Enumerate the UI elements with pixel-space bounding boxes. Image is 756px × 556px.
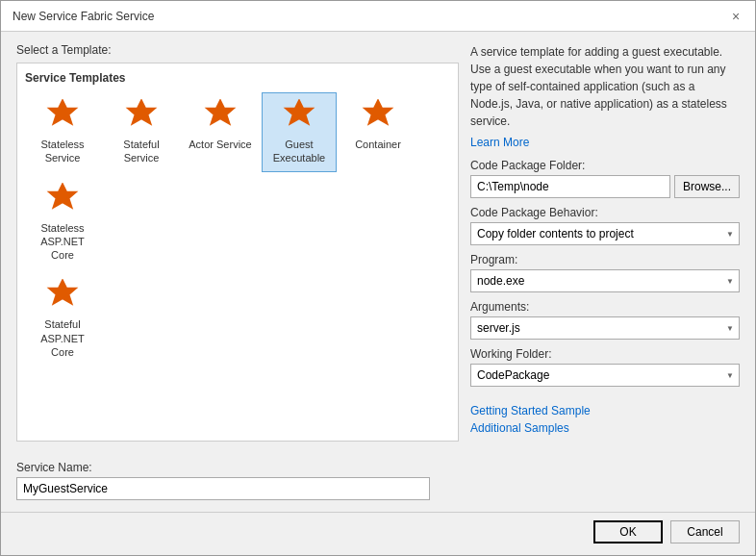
guest-executable-icon — [282, 99, 316, 134]
arguments-dropdown[interactable]: server.js — [470, 316, 740, 340]
template-stateless-service[interactable]: StatelessService — [25, 92, 100, 172]
program-wrapper: node.exe — [470, 269, 740, 292]
title-bar: New Service Fabric Service × — [1, 1, 755, 32]
stateless-service-label: StatelessService — [40, 138, 84, 165]
code-package-folder-group: Code Package Folder: Browse... — [470, 159, 740, 198]
arguments-wrapper: server.js — [470, 316, 740, 340]
code-package-folder-row: Browse... — [470, 175, 740, 198]
service-name-group: Service Name: — [16, 461, 740, 500]
new-service-fabric-dialog: New Service Fabric Service × Select a Te… — [0, 0, 756, 556]
program-label: Program: — [470, 253, 740, 266]
code-package-folder-label: Code Package Folder: — [470, 159, 740, 172]
stateless-service-icon — [45, 99, 80, 134]
code-package-folder-input[interactable] — [470, 175, 670, 198]
right-panel: A service template for adding a guest ex… — [470, 43, 740, 442]
working-folder-group: Working Folder: CodePackage Work Temp — [470, 347, 740, 387]
template-stateful-aspnet-core[interactable]: StatefulASP.NETCore — [25, 272, 100, 366]
learn-more-link[interactable]: Learn More — [470, 136, 740, 149]
stateful-aspnet-core-label: StatefulASP.NETCore — [40, 317, 85, 359]
stateless-aspnet-core-label: StatelessASP.NETCore — [40, 221, 85, 263]
template-actor-service[interactable]: Actor Service — [183, 92, 258, 172]
select-template-label: Select a Template: — [16, 43, 459, 57]
code-package-behavior-group: Code Package Behavior: Copy folder conte… — [470, 206, 740, 245]
actor-service-icon — [203, 99, 238, 134]
actor-service-label: Actor Service — [189, 138, 251, 151]
program-dropdown[interactable]: node.exe — [470, 269, 740, 292]
container-label: Container — [355, 138, 401, 151]
guest-executable-label: GuestExecutable — [273, 138, 325, 165]
code-package-behavior-dropdown[interactable]: Copy folder contents to project Link to … — [470, 222, 740, 245]
left-panel: Select a Template: Service Templates Sta… — [16, 43, 459, 442]
template-container[interactable]: Container — [340, 92, 416, 172]
template-guest-executable[interactable]: GuestExecutable — [262, 92, 337, 172]
samples-section: Getting Started Sample Additional Sample… — [470, 404, 740, 439]
stateless-aspnet-core-icon — [45, 183, 80, 217]
getting-started-sample-link[interactable]: Getting Started Sample — [470, 404, 740, 417]
templates-title: Service Templates — [25, 71, 450, 85]
service-name-label: Service Name: — [16, 461, 740, 474]
browse-button[interactable]: Browse... — [674, 175, 740, 198]
template-row-2: StatefulASP.NETCore — [25, 272, 450, 366]
cancel-button[interactable]: Cancel — [670, 520, 740, 543]
templates-box: Service Templates StatelessService — [16, 63, 459, 442]
main-content: Select a Template: Service Templates Sta… — [1, 32, 755, 453]
template-stateful-service[interactable]: StatefulService — [104, 92, 179, 172]
description-text: A service template for adding a guest ex… — [470, 43, 740, 130]
ok-button[interactable]: OK — [593, 520, 663, 543]
stateful-service-label: StatefulService — [123, 138, 159, 165]
working-folder-wrapper: CodePackage Work Temp — [470, 364, 740, 387]
dialog-title: New Service Fabric Service — [13, 10, 154, 23]
code-package-behavior-wrapper: Copy folder contents to project Link to … — [470, 222, 740, 245]
close-button[interactable]: × — [728, 9, 743, 24]
template-row-1: StatelessService StatefulService — [25, 92, 450, 268]
program-group: Program: node.exe — [470, 253, 740, 292]
container-icon — [361, 99, 395, 134]
working-folder-dropdown[interactable]: CodePackage Work Temp — [470, 364, 740, 387]
arguments-label: Arguments: — [470, 300, 740, 314]
bottom-section: Service Name: — [1, 453, 755, 512]
button-row: OK Cancel — [1, 513, 755, 555]
service-name-input[interactable] — [16, 477, 430, 500]
template-stateless-aspnet-core[interactable]: StatelessASP.NETCore — [25, 176, 100, 269]
additional-samples-link[interactable]: Additional Samples — [470, 421, 740, 435]
code-package-behavior-label: Code Package Behavior: — [470, 206, 740, 219]
stateful-service-icon — [124, 99, 159, 134]
working-folder-label: Working Folder: — [470, 347, 740, 361]
arguments-group: Arguments: server.js — [470, 300, 740, 340]
stateful-aspnet-core-icon — [45, 279, 80, 314]
